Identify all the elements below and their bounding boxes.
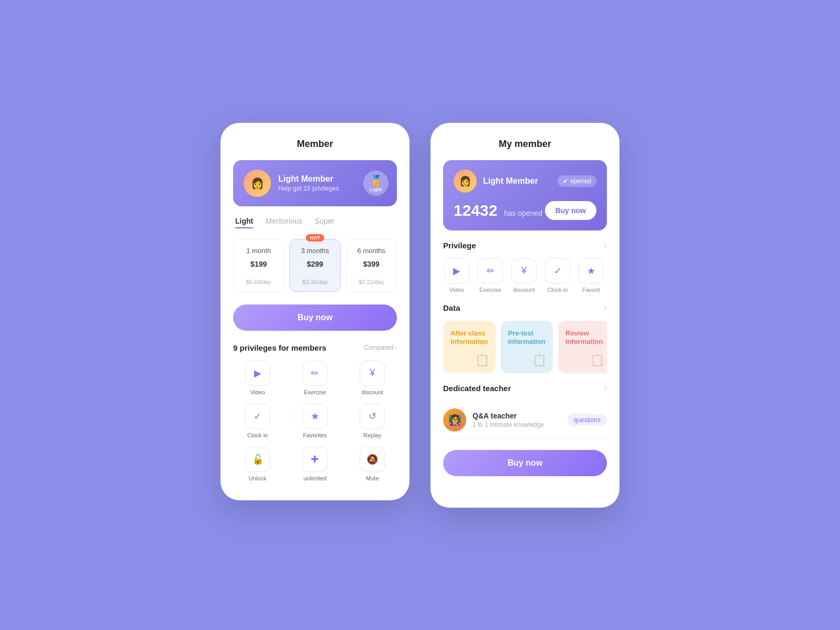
tab-meritorious[interactable]: Meritorious [266,217,302,228]
pricing-row: 1 month $199 $6.63/day HOT 3 months $299… [233,239,397,292]
privilege-mute: 🔕 Mute [348,447,397,481]
privileges-grid: ▶ Video ✏ Exercise ¥ discount ✓ Clock in… [233,361,397,481]
left-card-title: Member [233,139,397,150]
tab-super[interactable]: Super [314,217,334,228]
data-card-afterclass-title: After class information [450,329,488,347]
plan-6months-price: $399 [352,259,391,276]
teacher-section-title: Dedicated teacher [443,384,511,393]
privilege-exercise: ✏ Exercise [290,361,339,395]
my-banner-top: 👩 Light Member ✔ opened [454,170,596,193]
privilege-unlock-label: Unlock [249,475,267,481]
teacher-chevron-icon: › [604,384,607,392]
member-subtitle: Help get 15 privileges [278,185,339,192]
plan-1month-duration: 1 month [239,247,278,255]
data-card-pretest-icon: 📋 [532,353,547,367]
teacher-row: 👩‍🏫 Q&A teacher 1 to 1 intimate knowledg… [443,401,607,439]
privilege-discount: ¥ discount [348,361,397,395]
priv-exercise-icon: ✏ [478,258,503,284]
stat-number: 12432 [454,202,497,219]
priv-clockin-label: Clock in [547,287,568,293]
opened-label: opened [570,177,591,185]
data-card-review[interactable]: Review information 📋 [558,321,607,373]
privilege-section-header: Privilege › [443,241,607,250]
favorites-icon: ★ [302,404,328,429]
privilege-section-title: Privilege [443,241,476,250]
teacher-name: Q&A teacher [472,412,568,420]
stat-info: 12432 has opened [454,202,542,219]
unlimited-icon: ✚ [302,447,328,472]
my-banner-avatar: 👩 [454,170,477,193]
privilege-unlimited-label: unlimited [303,475,327,481]
privilege-favorites-label: Favorites [303,432,327,438]
priv-exercise: ✏ Exercise [477,258,504,293]
discount-icon: ¥ [360,361,385,386]
priv-video: ▶ Video [443,258,470,293]
my-member-card: My member 👩 Light Member ✔ opened 12432 … [430,123,620,508]
plan-tabs: Light Meritorious Super [233,217,397,228]
privilege-video: ▶ Video [233,361,282,395]
data-section-title: Data [443,303,460,312]
buy-button-left[interactable]: Buy now [233,304,397,331]
hot-badge: HOT [306,234,324,242]
compared-link[interactable]: Compared › [364,343,397,352]
plan-1month-price: $199 [239,259,278,276]
clockin-icon: ✓ [245,404,270,429]
privilege-chevron-icon: › [604,241,607,249]
plan-3months-price: $299 [295,259,334,276]
member-banner: 👩 Light Member Help get 15 privileges 🏅 … [233,160,397,206]
medal-label: Light [370,187,382,192]
banner-avatar: 👩 [244,170,271,197]
tab-light[interactable]: Light [235,217,253,228]
priv-favorites-icon: ★ [579,258,604,284]
priv-clockin: ✓ Clock in [544,258,571,293]
avatar-image: 👩 [244,170,271,197]
plan-6months-duration: 6 months [352,247,391,255]
teacher-desc: 1 to 1 intimate knowledge [472,421,568,428]
member-card: Member 👩 Light Member Help get 15 privil… [220,123,410,500]
data-card-review-icon: 📋 [590,353,604,367]
my-member-banner: 👩 Light Member ✔ opened 12432 has opened… [443,160,607,230]
privilege-favorites: ★ Favorites [290,404,339,438]
plan-3months-duration: 3 months [295,247,334,255]
data-cards-row: After class information 📋 Pre-test infor… [443,321,607,373]
privilege-discount-label: discount [362,389,383,395]
medal-badge: 🏅 Light [363,171,388,196]
priv-discount: ¥ discount [510,258,538,293]
questions-badge[interactable]: questions [568,414,607,426]
privilege-mute-label: Mute [366,475,379,481]
priv-discount-icon: ¥ [511,258,537,284]
buy-button-banner[interactable]: Buy now [545,201,596,220]
privilege-icons-row: ▶ Video ✏ Exercise ¥ discount ✓ Clock in… [443,258,607,293]
video-icon: ▶ [245,361,270,386]
my-member-type: Light Member [483,176,558,186]
plan-6months-perday: $2.21/day [352,279,391,285]
data-chevron-icon: › [604,303,607,312]
priv-exercise-label: Exercise [479,287,501,293]
data-card-review-title: Review information [565,329,603,347]
buy-button-right[interactable]: Buy now [443,450,607,476]
privilege-video-label: Video [250,389,265,395]
checkmark-icon: ✔ [563,177,568,185]
privileges-header: 9 privileges for members Compared › [233,343,397,352]
priv-video-label: Video [449,287,464,293]
data-card-afterclass-icon: 📋 [475,353,489,367]
teacher-info: Q&A teacher 1 to 1 intimate knowledge [472,412,568,428]
right-card-title: My member [443,139,607,150]
plan-6months[interactable]: 6 months $399 $2.21/day [346,239,397,292]
teacher-avatar: 👩‍🏫 [443,408,466,432]
priv-video-icon: ▶ [444,258,469,284]
privilege-clockin: ✓ Clock in [233,404,282,438]
replay-icon: ↺ [360,404,385,429]
plan-1month[interactable]: 1 month $199 $6.63/day [233,239,284,292]
opened-badge: ✔ opened [558,175,596,187]
stat-text: has opened [504,209,542,217]
plan-3months[interactable]: HOT 3 months $299 $3.32/day [289,239,340,292]
chevron-right-icon: › [394,343,397,352]
data-card-pretest[interactable]: Pre-test information 📋 [501,321,553,373]
priv-favorites-label: Favorit [582,287,600,293]
data-card-afterclass[interactable]: After class information 📋 [443,321,496,373]
unlock-icon: 🔓 [245,447,270,472]
priv-discount-label: discount [513,287,535,293]
plan-3months-perday: $3.32/day [295,279,334,285]
member-type: Light Member [278,174,339,184]
